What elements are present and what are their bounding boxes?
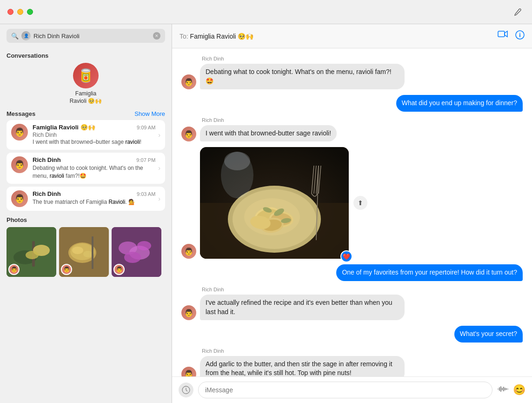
- sidebar: 🔍 👤 Rich Dinh Ravioli ✕ Conversations 🥫 …: [0, 24, 172, 403]
- message-result-1[interactable]: 👨 Famiglia Ravioli 🥺🙌 9:09 AM Rich Dinh …: [7, 120, 165, 150]
- chat-msg-row-6: 👨 Rich Dinh I've actually refined the re…: [181, 287, 523, 320]
- bubble-group-1: Rich Dinh Debating what to cook tonight.…: [200, 56, 405, 89]
- chevron-icon-1: ›: [158, 131, 160, 139]
- conversation-avatar: 🥫: [73, 63, 99, 88]
- svg-point-41: [224, 152, 250, 170]
- search-avatar: 👤: [21, 31, 31, 40]
- chat-actions: [498, 30, 525, 42]
- chat-bubble-5[interactable]: One of my favorites from your repertoire…: [336, 264, 523, 281]
- bubble-sender-6: Rich Dinh: [202, 287, 405, 292]
- photo-avatar-3: 👨: [113, 264, 125, 275]
- message-result-2[interactable]: 👨 Rich Dinh 9:07 PM Debating what to coo…: [7, 153, 165, 184]
- to-label: To:: [180, 33, 188, 40]
- photos-grid: 👨 👨: [7, 227, 165, 277]
- chevron-icon-3: ›: [158, 195, 160, 202]
- chat-msg-row-1: 👨 Rich Dinh Debating what to cook tonigh…: [181, 56, 523, 89]
- search-icon: 🔍: [11, 33, 19, 40]
- chat-msg-row-7: What's your secret?: [181, 326, 523, 343]
- chat-conversation-name: Famiglia Ravioli 🥺🙌: [190, 33, 254, 40]
- msg-name-1: Famiglia Ravioli 🥺🙌: [33, 124, 95, 131]
- svg-point-14: [124, 252, 141, 263]
- search-input-value: Rich Dinh Ravioli: [33, 33, 150, 40]
- share-button[interactable]: ⬆: [353, 196, 367, 210]
- msg-preview-3: The true matriarch of Famiglia Ravioli. …: [33, 198, 155, 206]
- photo-thumb-3[interactable]: 👨: [112, 227, 161, 277]
- chat-msg-row-8: 👨 Rich Dinh Add garlic to the butter, an…: [181, 348, 523, 376]
- svg-point-19: [519, 33, 520, 34]
- main-layout: 🔍 👤 Rich Dinh Ravioli ✕ Conversations 🥫 …: [0, 24, 532, 403]
- bubble-sender-3: Rich Dinh: [202, 117, 337, 123]
- video-call-button[interactable]: [498, 30, 508, 42]
- chat-bubble-8[interactable]: Add garlic to the butter, and then stir …: [200, 356, 405, 376]
- photo-avatar-1: 👨: [8, 264, 20, 275]
- search-bar[interactable]: 🔍 👤 Rich Dinh Ravioli ✕: [7, 29, 165, 43]
- chat-messages: 👨 Rich Dinh Debating what to cook tonigh…: [172, 48, 532, 376]
- audio-waveform-icon[interactable]: [497, 385, 508, 396]
- photos-section-title: Photos: [7, 216, 165, 223]
- msg-name-2: Rich Dinh: [33, 156, 61, 163]
- close-button[interactable]: [7, 9, 13, 15]
- msg-avatar-3: 👨: [11, 190, 28, 207]
- chat-bubble-avatar-1: 👨: [181, 74, 196, 89]
- image-bubble[interactable]: [200, 147, 349, 259]
- msg-avatar-1: 👨: [11, 124, 28, 141]
- chat-header-title: To: Famiglia Ravioli 🥺🙌: [180, 33, 498, 40]
- bubble-sender-8: Rich Dinh: [202, 348, 405, 354]
- sidebar-header: 🔍 👤 Rich Dinh Ravioli ✕: [0, 24, 172, 47]
- msg-content-1: Famiglia Ravioli 🥺🙌 9:09 AM Rich Dinh I …: [33, 124, 155, 146]
- apps-button[interactable]: [179, 383, 193, 397]
- conversation-name: FamigliaRavioli 🥺🙌: [70, 90, 102, 105]
- sidebar-content: Conversations 🥫 FamigliaRavioli 🥺🙌 Messa…: [0, 47, 172, 403]
- msg-header-2: Rich Dinh 9:07 PM: [33, 156, 155, 163]
- minimize-button[interactable]: [17, 9, 23, 15]
- conversation-item-famiglia[interactable]: 🥫 FamigliaRavioli 🥺🙌: [7, 63, 165, 105]
- msg-header-3: Rich Dinh 9:03 AM: [33, 190, 155, 197]
- chevron-icon-2: ›: [158, 164, 160, 172]
- chat-bubble-avatar-4: 👨: [181, 244, 196, 259]
- bubble-group-6: Rich Dinh I've actually refined the reci…: [200, 287, 405, 320]
- chat-input-area: 😊: [172, 376, 532, 403]
- chat-bubble-2[interactable]: What did you end up making for dinner?: [396, 95, 523, 112]
- chat-panel: To: Famiglia Ravioli 🥺🙌: [172, 24, 532, 403]
- svg-rect-10: [92, 236, 93, 269]
- msg-content-2: Rich Dinh 9:07 PM Debating what to cook …: [33, 156, 155, 180]
- search-clear-button[interactable]: ✕: [153, 32, 160, 40]
- photo-thumb-2[interactable]: 👨: [59, 227, 109, 277]
- compose-button[interactable]: [512, 6, 525, 19]
- message-result-3[interactable]: 👨 Rich Dinh 9:03 AM The true matriarch o…: [7, 187, 165, 211]
- svg-point-9: [83, 251, 93, 257]
- chat-bubble-3[interactable]: I went with that browned-butter sage rav…: [200, 125, 337, 142]
- message-input[interactable]: [198, 382, 492, 398]
- bubble-group-8: Rich Dinh Add garlic to the butter, and …: [200, 348, 405, 376]
- emoji-button[interactable]: 😊: [513, 384, 525, 396]
- photo-avatar-2: 👨: [61, 264, 72, 275]
- reaction-badge: ❤️: [340, 250, 352, 262]
- msg-time-2: 9:07 PM: [136, 157, 155, 163]
- msg-time-3: 9:03 AM: [137, 191, 155, 197]
- conversations-section-title: Conversations: [7, 52, 165, 59]
- msg-preview-1: I went with that browned–butter sage rav…: [33, 138, 155, 146]
- chat-bubble-6[interactable]: I've actually refined the recipe and it'…: [200, 295, 405, 320]
- bubble-group-7: What's your secret?: [454, 326, 523, 343]
- traffic-lights: [7, 9, 33, 15]
- chat-header: To: Famiglia Ravioli 🥺🙌: [172, 24, 532, 48]
- photos-section: Photos 👨: [7, 216, 165, 277]
- chat-msg-row-2: What did you end up making for dinner?: [181, 95, 523, 112]
- chat-bubble-7[interactable]: What's your secret?: [454, 326, 523, 343]
- maximize-button[interactable]: [27, 9, 33, 15]
- chat-msg-row-3: 👨 Rich Dinh I went with that browned-but…: [181, 117, 523, 142]
- msg-from-1: Rich Dinh: [33, 132, 155, 138]
- svg-point-15: [137, 241, 151, 250]
- svg-rect-16: [498, 31, 505, 37]
- chat-bubble-avatar-6: 👨: [181, 305, 196, 320]
- chat-msg-row-5: One of my favorites from your repertoire…: [181, 264, 523, 281]
- info-button[interactable]: [515, 30, 525, 42]
- bubble-group-5: One of my favorites from your repertoire…: [336, 264, 523, 281]
- photo-thumb-1[interactable]: 👨: [7, 227, 56, 277]
- image-bubble-container: ❤️ ⬆: [200, 147, 349, 259]
- bubble-group-4: ❤️ ⬆: [200, 147, 349, 259]
- messages-section-title: Messages: [7, 110, 35, 117]
- bubble-sender-1: Rich Dinh: [202, 56, 405, 61]
- chat-bubble-1[interactable]: Debating what to cook tonight. What's on…: [200, 64, 405, 89]
- show-more-button[interactable]: Show More: [134, 110, 165, 117]
